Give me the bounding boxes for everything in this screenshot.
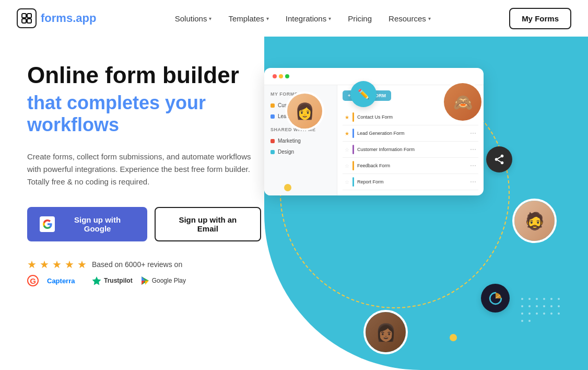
badge-capterra: Capterra xyxy=(47,276,84,285)
orbit-node xyxy=(450,334,457,341)
dashboard-header xyxy=(264,68,484,85)
star-icon: ★ xyxy=(27,258,37,271)
nav-pricing[interactable]: Pricing xyxy=(348,14,372,23)
share-icon-button[interactable] xyxy=(486,146,512,172)
form-color-bar xyxy=(352,145,354,154)
star-icon: ☆ xyxy=(345,163,349,169)
svg-line-14 xyxy=(498,157,501,159)
svg-rect-0 xyxy=(22,14,26,18)
color-dot-icon xyxy=(271,103,275,108)
svg-rect-3 xyxy=(27,19,31,23)
badge-googleplay: Google Play xyxy=(141,276,186,285)
form-color-bar xyxy=(352,129,354,138)
svg-text:Capterra: Capterra xyxy=(47,277,75,285)
logo[interactable]: forms.app xyxy=(17,8,96,28)
star-icon: ☆ xyxy=(345,179,349,185)
edit-icon-button[interactable]: ✏️ xyxy=(350,81,377,107)
badges-row: G Capterra Trustpilot xyxy=(27,275,261,286)
chevron-down-icon: ▾ xyxy=(428,16,431,21)
reviews-text: Based on 6000+ reviews on xyxy=(92,260,182,269)
google-play-icon xyxy=(141,276,149,285)
badge-trustpilot: Trustpilot xyxy=(92,276,133,285)
more-options-icon[interactable]: ⋯ xyxy=(470,178,476,186)
more-options-icon[interactable]: ⋯ xyxy=(470,130,476,137)
chart-icon-button[interactable] xyxy=(481,284,510,313)
g2-icon: G xyxy=(27,275,39,286)
form-list-item[interactable]: ☆ Customer Information Form ⋯ xyxy=(343,142,478,158)
form-list-item[interactable]: ★ Lead Generation Form ⋯ xyxy=(343,125,478,142)
form-color-bar xyxy=(352,161,354,170)
more-options-icon[interactable]: ⋯ xyxy=(470,146,476,153)
chevron-down-icon: ▾ xyxy=(266,16,269,21)
badge-g2: G xyxy=(27,275,39,286)
close-control xyxy=(273,74,277,78)
signup-google-button[interactable]: Sign up with Google xyxy=(27,207,147,241)
main-content: Online form builder that completes your … xyxy=(0,37,588,370)
form-name: Customer Information Form xyxy=(357,147,467,152)
dot-grid-right xyxy=(521,298,562,339)
maximize-control xyxy=(285,74,289,78)
svg-point-12 xyxy=(501,161,504,165)
form-color-bar xyxy=(352,112,354,122)
chevron-down-icon: ▾ xyxy=(328,16,331,21)
nav-resources[interactable]: Resources ▾ xyxy=(389,14,431,23)
form-name: Lead Generation Form xyxy=(357,131,467,136)
reviews-section: ★ ★ ★ ★ ★ Based on 6000+ reviews on G Ca… xyxy=(27,258,261,286)
star-icon: ★ xyxy=(345,114,349,120)
form-list-item[interactable]: ☆ Report Form ⋯ xyxy=(343,174,478,190)
google-icon xyxy=(40,216,55,232)
logo-icon xyxy=(17,8,37,28)
orbit-node xyxy=(356,303,363,310)
more-options-icon[interactable]: ⋯ xyxy=(470,162,476,169)
color-dot-icon xyxy=(271,114,275,119)
svg-rect-2 xyxy=(22,19,26,23)
star-icon: ★ xyxy=(65,258,74,271)
hero-description: Create forms, collect form submissions, … xyxy=(27,151,252,188)
capterra-logo-icon: Capterra xyxy=(47,276,84,285)
window-controls xyxy=(273,74,289,78)
form-color-bar xyxy=(352,177,354,187)
floating-avatar-3: 🧔 xyxy=(512,199,557,243)
chart-icon xyxy=(489,292,502,305)
star-icon: ★ xyxy=(52,258,62,271)
svg-point-11 xyxy=(495,158,498,161)
nav-integrations[interactable]: Integrations ▾ xyxy=(286,14,331,23)
star-icon: ★ xyxy=(40,258,49,271)
nav-solutions[interactable]: Solutions ▾ xyxy=(175,14,212,23)
form-name: Feedback Form xyxy=(357,163,467,168)
star-icon: ★ xyxy=(345,131,349,136)
trustpilot-label: Trustpilot xyxy=(104,277,133,284)
hero-section: Online form builder that completes your … xyxy=(0,37,261,370)
svg-line-13 xyxy=(498,160,501,162)
color-dot-icon xyxy=(271,139,275,143)
svg-marker-9 xyxy=(145,281,149,285)
main-nav: Solutions ▾ Templates ▾ Integrations ▾ P… xyxy=(175,14,431,23)
share-icon xyxy=(493,154,505,165)
hero-headline: Online form builder xyxy=(27,63,261,88)
color-dot-icon xyxy=(271,150,275,154)
my-forms-button[interactable]: My Forms xyxy=(509,8,571,29)
signup-email-button[interactable]: Sign up with an Email xyxy=(155,207,261,241)
floating-avatar-2: 🙈 xyxy=(442,81,484,123)
svg-marker-5 xyxy=(92,276,101,285)
form-name: Report Form xyxy=(357,179,467,184)
hero-subheadline: that completes your workflows xyxy=(27,92,261,136)
cta-buttons: Sign up with Google Sign up with an Emai… xyxy=(27,207,261,241)
floating-avatar-1: 👩 xyxy=(285,91,324,131)
header: forms.app Solutions ▾ Templates ▾ Integr… xyxy=(0,0,588,37)
svg-rect-1 xyxy=(27,14,31,18)
form-list-item[interactable]: ☆ Feedback Form ⋯ xyxy=(343,158,478,174)
chevron-down-icon: ▾ xyxy=(209,16,211,21)
google-play-label: Google Play xyxy=(152,277,186,284)
orbit-node xyxy=(284,184,291,191)
sidebar-item-marketing[interactable]: Marketing xyxy=(264,135,337,146)
trustpilot-icon xyxy=(92,276,101,285)
svg-point-10 xyxy=(501,155,504,158)
logo-text: forms.app xyxy=(41,11,96,25)
star-icon: ☆ xyxy=(345,147,349,153)
hero-illustration: MY FORMS Customer Support Lead Generatio… xyxy=(233,37,588,370)
sidebar-item-design[interactable]: Design xyxy=(264,146,337,157)
star-icon: ★ xyxy=(77,258,87,271)
stars-row: ★ ★ ★ ★ ★ Based on 6000+ reviews on xyxy=(27,258,261,271)
nav-templates[interactable]: Templates ▾ xyxy=(228,14,268,23)
